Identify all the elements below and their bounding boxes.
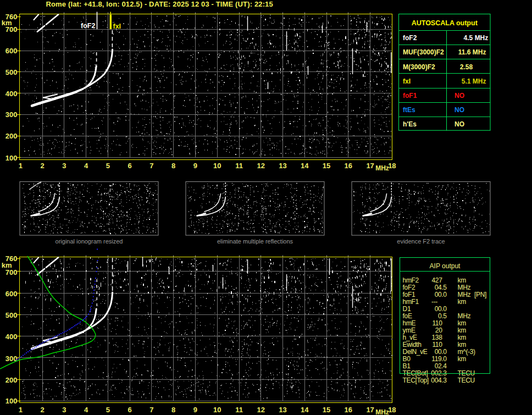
svg-text:600: 600 (5, 47, 18, 55)
svg-text:km: km (458, 327, 467, 334)
svg-text:20: 20 (435, 327, 442, 334)
svg-text:hmE: hmE (403, 319, 416, 327)
svg-text:00.0: 00.0 (435, 348, 447, 356)
svg-text:MUF(3000)F2: MUF(3000)F2 (403, 48, 444, 56)
svg-text:MHz: MHz (458, 291, 471, 298)
svg-text:MHz: MHz (375, 408, 389, 415)
svg-text:18: 18 (388, 162, 396, 170)
svg-text:eliminate multiple reflections: eliminate multiple reflections (217, 238, 293, 245)
svg-text:TEC[Top]: TEC[Top] (403, 377, 429, 384)
svg-text:02.4: 02.4 (435, 362, 447, 370)
svg-text:12: 12 (257, 162, 265, 170)
svg-text:hmF2: hmF2 (403, 276, 419, 284)
svg-text:17: 17 (366, 406, 374, 414)
svg-text:B1: B1 (403, 362, 411, 370)
svg-text:9: 9 (193, 162, 197, 170)
svg-text:100: 100 (5, 397, 18, 405)
svg-text:14: 14 (301, 162, 309, 170)
svg-text:foF2: foF2 (81, 22, 95, 30)
svg-text:2.58: 2.58 (460, 63, 473, 71)
svg-text:km: km (458, 298, 467, 306)
svg-text:12: 12 (257, 406, 265, 414)
svg-text:km: km (458, 276, 467, 284)
svg-text:MHz: MHz (375, 164, 389, 172)
svg-text:4: 4 (84, 162, 88, 170)
svg-text:110: 110 (432, 319, 442, 327)
svg-text:13: 13 (279, 162, 286, 170)
svg-text:16: 16 (345, 162, 352, 170)
svg-text:km: km (458, 355, 467, 363)
svg-text:18: 18 (388, 406, 396, 414)
svg-text:5.1 MHz: 5.1 MHz (462, 78, 486, 85)
svg-text:100: 100 (5, 154, 18, 162)
svg-text:3: 3 (62, 406, 66, 414)
svg-text:04.5: 04.5 (435, 284, 447, 291)
svg-text:km: km (458, 341, 467, 348)
svg-text:h_vE: h_vE (403, 334, 417, 341)
svg-text:Rome (lat: +41.8, lon: 012.5): Rome (lat: +41.8, lon: 012.5) - DATE: 20… (46, 0, 273, 8)
svg-text:D1: D1 (403, 305, 411, 313)
svg-text:1: 1 (19, 406, 23, 414)
svg-text:110: 110 (432, 341, 442, 348)
svg-text:3: 3 (62, 162, 66, 170)
svg-text:15: 15 (323, 406, 330, 414)
svg-text:M(3000)F2: M(3000)F2 (403, 63, 435, 71)
svg-text:NO: NO (455, 92, 464, 99)
svg-text:00.0: 00.0 (435, 291, 447, 298)
svg-text:9: 9 (193, 406, 197, 414)
svg-text:h'Es: h'Es (403, 120, 417, 128)
svg-text:00.0: 00.0 (435, 305, 447, 313)
svg-text:17: 17 (366, 162, 374, 170)
svg-text:2: 2 (40, 162, 44, 170)
svg-text:11.6 MHz: 11.6 MHz (458, 48, 486, 56)
svg-text:hmF1: hmF1 (403, 298, 419, 306)
svg-text:16: 16 (345, 406, 352, 414)
svg-text:400: 400 (5, 333, 18, 341)
svg-text:427: 427 (432, 276, 443, 284)
svg-text:8: 8 (171, 162, 175, 170)
svg-text:MHz: MHz (458, 284, 471, 291)
svg-text:14: 14 (301, 406, 309, 414)
svg-text:NO: NO (455, 120, 464, 128)
svg-text:500: 500 (5, 68, 18, 76)
svg-text:B0: B0 (403, 355, 411, 363)
svg-text:fxI: fxI (403, 78, 411, 85)
svg-text:foF1: foF1 (403, 92, 417, 99)
svg-text:10: 10 (213, 162, 221, 170)
svg-text:7: 7 (149, 406, 153, 414)
svg-text:ymE: ymE (403, 327, 415, 334)
svg-text:119.0: 119.0 (431, 355, 447, 363)
svg-text:4.5 MHz: 4.5 MHz (464, 34, 489, 42)
svg-text:5: 5 (106, 406, 110, 414)
svg-text:foF2: foF2 (403, 284, 415, 291)
svg-text:300: 300 (5, 110, 18, 119)
svg-text:10: 10 (213, 406, 221, 414)
svg-text:foF2: foF2 (403, 34, 417, 42)
svg-text:AIP output: AIP output (430, 262, 461, 270)
svg-text:200: 200 (5, 132, 18, 140)
svg-text:Ewidth: Ewidth (403, 341, 422, 348)
svg-text:DelN_vE: DelN_vE (403, 348, 428, 356)
svg-text:5: 5 (106, 162, 110, 170)
svg-text:700: 700 (5, 268, 18, 276)
svg-text:m^(-3): m^(-3) (458, 348, 476, 356)
svg-text:500: 500 (5, 311, 18, 319)
svg-text:km: km (458, 319, 467, 327)
svg-text:6: 6 (128, 406, 132, 414)
svg-text:6: 6 (128, 162, 132, 170)
svg-text:600: 600 (5, 290, 18, 298)
svg-text:foF1: foF1 (403, 291, 415, 298)
svg-text:evidence F2 trace: evidence F2 trace (397, 238, 445, 245)
svg-text:004.3: 004.3 (431, 377, 447, 384)
svg-text:[PN]: [PN] (474, 291, 486, 298)
svg-text:0.5: 0.5 (438, 312, 447, 320)
svg-text:11: 11 (235, 406, 243, 414)
svg-text:13: 13 (279, 406, 286, 414)
svg-text:NO: NO (455, 106, 464, 114)
svg-text:7: 7 (149, 162, 153, 170)
svg-text:km: km (458, 334, 467, 341)
svg-text:15: 15 (323, 162, 330, 170)
svg-text:138: 138 (432, 334, 443, 341)
svg-text:700: 700 (5, 25, 18, 34)
svg-text:fxI: fxI (113, 23, 121, 30)
